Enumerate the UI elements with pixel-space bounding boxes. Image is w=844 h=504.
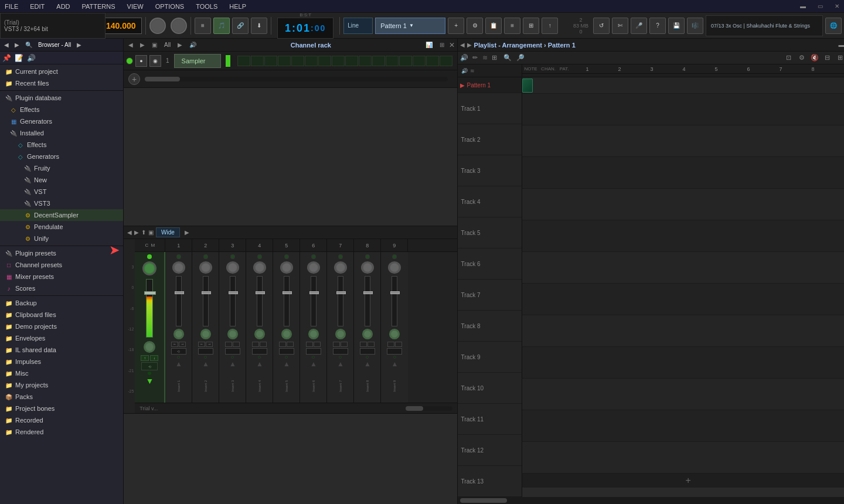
insert4-send-l[interactable] bbox=[252, 342, 259, 347]
track-row-10[interactable] bbox=[522, 347, 844, 379]
sidebar-item-plugin-database[interactable]: 🔌 Plugin database bbox=[0, 92, 123, 104]
insert3-send-l[interactable] bbox=[225, 342, 232, 347]
pl-unfold-icon[interactable]: ⊞ bbox=[835, 53, 844, 63]
insert6-pan[interactable] bbox=[308, 329, 319, 339]
window-minimize[interactable]: ▬ bbox=[798, 2, 808, 11]
record-mode-btn[interactable]: ⬇ bbox=[251, 18, 267, 34]
insert9-fader-thumb[interactable] bbox=[390, 291, 400, 294]
insert4-knob[interactable] bbox=[253, 261, 266, 274]
insert8-fader-thumb[interactable] bbox=[363, 291, 373, 294]
insert7-pan[interactable] bbox=[335, 329, 346, 339]
window-close[interactable]: ✕ bbox=[832, 2, 842, 11]
export-btn[interactable]: 🎼 bbox=[687, 18, 703, 34]
cr-sampler-label[interactable]: Sampler bbox=[174, 54, 221, 68]
menu-patterns[interactable]: PATTERNS bbox=[80, 2, 118, 11]
track-row-1[interactable] bbox=[522, 77, 844, 94]
cr-step[interactable] bbox=[264, 56, 277, 66]
pl-zoom-in-icon[interactable]: 🔍 bbox=[502, 53, 513, 63]
sidebar-item-generators-installed[interactable]: ◇ Generators bbox=[0, 151, 123, 162]
pl-settings-icon[interactable]: ⚙ bbox=[796, 53, 808, 63]
insert9-fader[interactable] bbox=[392, 276, 397, 326]
cr-step[interactable] bbox=[305, 56, 318, 66]
insert7-knob[interactable] bbox=[334, 261, 347, 274]
pattern-arrange-btn[interactable]: ≡ bbox=[504, 18, 520, 34]
insert8-send-l[interactable] bbox=[360, 342, 367, 347]
insert7-send-l[interactable] bbox=[333, 342, 340, 347]
sidebar-item-misc[interactable]: 📁 Misc bbox=[0, 367, 123, 379]
menu-file[interactable]: FILE bbox=[2, 2, 21, 11]
insert4-send-r[interactable] bbox=[260, 342, 267, 347]
cr-step[interactable] bbox=[291, 56, 304, 66]
sidebar-item-installed[interactable]: 🔌 Installed bbox=[0, 127, 123, 139]
insert3-knob[interactable] bbox=[226, 261, 239, 274]
cr-step[interactable] bbox=[372, 56, 385, 66]
sidebar-item-impulses[interactable]: 📁 Impulses bbox=[0, 356, 123, 367]
insert4-route[interactable] bbox=[252, 348, 267, 355]
insert2-fader-thumb[interactable] bbox=[202, 291, 211, 294]
insert4-up-arrow[interactable]: ▲ bbox=[256, 360, 263, 368]
insert8-send-r[interactable] bbox=[367, 342, 375, 347]
insert2-pan[interactable] bbox=[200, 329, 211, 339]
sidebar-item-clipboard-files[interactable]: 📁 Clipboard files bbox=[0, 309, 123, 321]
master-knob[interactable] bbox=[142, 261, 156, 275]
pl-pencil-icon[interactable]: ✏ bbox=[469, 53, 481, 63]
step-mode-btn[interactable]: ≡ bbox=[195, 18, 211, 34]
insert7-route[interactable] bbox=[333, 348, 348, 355]
insert8-route[interactable] bbox=[360, 348, 375, 355]
insert5-fader-thumb[interactable] bbox=[283, 291, 292, 294]
insert6-send-l[interactable] bbox=[306, 342, 313, 347]
cr-step[interactable] bbox=[237, 56, 250, 66]
cr-add-channel-btn[interactable]: + bbox=[128, 73, 140, 85]
cr-step[interactable] bbox=[426, 56, 439, 66]
insert2-route[interactable] bbox=[198, 348, 213, 355]
cr-step[interactable] bbox=[251, 56, 264, 66]
track-row-7[interactable] bbox=[522, 252, 844, 284]
master-send-btn-2[interactable]: ↓ bbox=[150, 355, 158, 361]
cr-step[interactable] bbox=[440, 56, 452, 66]
sidebar-item-channel-presets[interactable]: □ Channel presets bbox=[0, 259, 123, 271]
sidebar-item-current-project[interactable]: 📁 Current project bbox=[0, 66, 123, 77]
menu-options[interactable]: OPTIONS bbox=[153, 2, 187, 11]
pl-fold-icon[interactable]: ⊟ bbox=[822, 53, 833, 63]
insert5-route[interactable] bbox=[279, 348, 294, 355]
insert5-fader[interactable] bbox=[284, 276, 290, 326]
browser-forward-btn[interactable]: ▶ bbox=[13, 41, 21, 49]
pattern-grid-btn[interactable]: ⊞ bbox=[523, 18, 539, 34]
sidebar-item-new[interactable]: 🔌 New bbox=[0, 174, 123, 186]
menu-help[interactable]: HELP bbox=[227, 2, 249, 11]
sidebar-item-recent-files[interactable]: 📁 Recent files bbox=[0, 77, 123, 89]
menu-tools[interactable]: TOOLS bbox=[193, 2, 220, 11]
browser-arrow[interactable]: ▶ bbox=[75, 41, 83, 49]
pl-grid-icon[interactable]: ⊞ bbox=[489, 53, 501, 63]
pl-minimize-btn[interactable]: ▬ bbox=[839, 42, 844, 48]
link-btn[interactable]: 🔗 bbox=[232, 18, 249, 34]
track-row-13[interactable] bbox=[522, 442, 844, 474]
menu-edit[interactable]: EDIT bbox=[28, 2, 47, 11]
sidebar-item-generators-1[interactable]: ▦ Generators bbox=[0, 115, 123, 127]
insert1-send-l[interactable]: ← bbox=[171, 342, 178, 347]
sidebar-item-fruity[interactable]: 🔌 Fruity bbox=[0, 162, 123, 174]
pl-mute-icon[interactable]: 🔇 bbox=[809, 53, 821, 63]
insert2-send-r[interactable]: → bbox=[206, 342, 213, 347]
sidebar-item-packs[interactable]: 📦 Packs bbox=[0, 391, 123, 403]
pattern-selector[interactable]: Pattern 1 ▼ bbox=[375, 18, 445, 34]
pl-back-btn[interactable]: ◀ bbox=[460, 42, 465, 48]
track-row-9[interactable] bbox=[522, 315, 844, 347]
sidebar-item-unify[interactable]: ⚙ Unify bbox=[0, 233, 123, 244]
sidebar-item-mixer-presets[interactable]: ▦ Mixer presets bbox=[0, 271, 123, 282]
pl-zoom-out-icon[interactable]: 🔎 bbox=[515, 53, 526, 63]
insert9-knob[interactable] bbox=[388, 261, 401, 274]
insert1-up-arrow[interactable]: ▲ bbox=[175, 360, 182, 368]
insert3-up-arrow[interactable]: ▲ bbox=[229, 360, 236, 368]
cr-close-btn[interactable]: ✕ bbox=[449, 41, 455, 49]
cr-arrow-right[interactable]: ▶ bbox=[175, 41, 185, 49]
pattern-play-icon[interactable]: ▶ bbox=[460, 82, 465, 88]
insert7-fader-thumb[interactable] bbox=[336, 291, 346, 294]
pattern-clone-btn[interactable]: 📋 bbox=[485, 18, 502, 34]
track-row-5[interactable] bbox=[522, 189, 844, 220]
browser-back-btn[interactable]: ◀ bbox=[2, 41, 11, 49]
mixer-forward-btn[interactable]: ▶ bbox=[134, 229, 139, 236]
cr-mute-btn[interactable]: ● bbox=[135, 55, 147, 67]
insert4-fader[interactable] bbox=[257, 276, 263, 326]
sidebar-item-recorded[interactable]: 📁 Recorded bbox=[0, 414, 123, 426]
